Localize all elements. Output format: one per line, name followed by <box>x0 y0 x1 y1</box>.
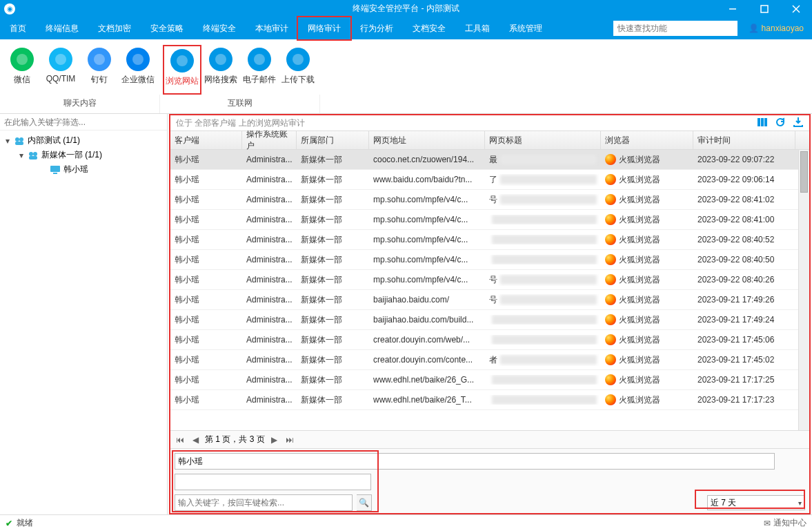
table-row[interactable]: 韩小瑶Administra...新媒体一部creator.douyin.com/… <box>170 350 809 370</box>
table-cell: 2023-09-22 09:06:14 <box>693 175 795 184</box>
toolbar-微信[interactable]: 微信 <box>3 45 41 95</box>
status-ok-icon: ✔ <box>6 519 12 528</box>
table-cell: 了xxxx <box>485 174 601 186</box>
column-header-0[interactable]: 客户端 <box>170 131 242 149</box>
table-cell: 韩小瑶 <box>170 254 242 266</box>
table-row[interactable]: 韩小瑶Administra...新媒体一部cooco.net.cn/zuowen… <box>170 150 809 170</box>
table-cell: 新媒体一部 <box>297 394 369 406</box>
table-cell: 2023-09-21 17:49:26 <box>693 295 795 305</box>
pager-prev-button[interactable]: ◀ <box>190 434 201 445</box>
toolbar-电子邮件[interactable]: 电子邮件 <box>240 45 279 95</box>
table-cell: 火狐浏览器 <box>601 234 693 246</box>
menu-item-2[interactable]: 文档加密 <box>88 17 141 39</box>
quick-search-input[interactable] <box>613 21 737 36</box>
firefox-icon <box>605 154 616 165</box>
pager-next-button[interactable]: ▶ <box>269 434 280 445</box>
toolbar-label: 微信 <box>14 74 30 86</box>
vertical-scrollbar[interactable] <box>798 150 809 430</box>
table-cell: 新媒体一部 <box>297 374 369 386</box>
table-row[interactable]: 韩小瑶Administra...新媒体一部mp.sohu.com/mpfe/v4… <box>170 270 809 290</box>
table-row[interactable]: 韩小瑶Administra...新媒体一部www.edhl.net/baike/… <box>170 390 809 410</box>
table-cell: Administra... <box>242 235 297 244</box>
keyword-filter-field[interactable] <box>175 494 353 511</box>
export-icon[interactable] <box>793 117 804 130</box>
table-cell: 火狐浏览器 <box>601 274 693 286</box>
refresh-icon[interactable] <box>775 117 786 130</box>
table-cell: 新媒体一部 <box>297 274 369 286</box>
table-cell: 火狐浏览器 <box>601 354 693 366</box>
user-badge[interactable]: 👤 hanxiaoyao <box>740 23 812 33</box>
group-icon <box>28 151 39 160</box>
table-cell: 号xxxx <box>485 274 601 286</box>
menu-item-5[interactable]: 本地审计 <box>246 17 298 39</box>
column-header-2[interactable]: 所属部门 <box>297 131 369 149</box>
toolbar-企业微信[interactable]: 企业微信 <box>119 45 157 95</box>
menu-item-1[interactable]: 终端信息 <box>36 17 88 39</box>
table-cell: 新媒体一部 <box>297 254 369 266</box>
table-cell: 韩小瑶 <box>170 294 242 306</box>
table-row[interactable]: 韩小瑶Administra...新媒体一部creator.douyin.com/… <box>170 330 809 350</box>
menu-item-7[interactable]: 行为分析 <box>350 17 403 39</box>
table-row[interactable]: 韩小瑶Administra...新媒体一部www.baidu.com/baidu… <box>170 170 809 190</box>
toolbar-浏览网站[interactable]: 浏览网站 <box>163 45 201 95</box>
pager-last-button[interactable]: ⏭ <box>284 434 295 445</box>
menu-item-8[interactable]: 文档安全 <box>403 17 455 39</box>
table-cell: 最xxxx <box>485 154 601 166</box>
columns-icon[interactable] <box>757 117 768 130</box>
notification-center-link[interactable]: ✉ 通知中心 <box>764 517 806 529</box>
keyword-filter-input[interactable] <box>178 498 349 508</box>
table-cell: 韩小瑶 <box>170 314 242 326</box>
svg-rect-14 <box>15 142 23 145</box>
status-text: 就绪 <box>17 517 33 529</box>
pager-first-button[interactable]: ⏮ <box>175 434 186 445</box>
menu-item-10[interactable]: 系统管理 <box>499 17 552 39</box>
menu-item-3[interactable]: 安全策略 <box>141 17 193 39</box>
menu-item-4[interactable]: 终端安全 <box>193 17 246 39</box>
table-cell: Administra... <box>242 355 297 365</box>
table-cell: baijiahao.baidu.com/ <box>369 295 485 305</box>
table-cell: 韩小瑶 <box>170 214 242 226</box>
keyword-search-button[interactable]: 🔍 <box>357 494 372 511</box>
toolbar-网络搜索[interactable]: 网络搜索 <box>201 45 240 95</box>
column-header-6[interactable]: 审计时间 <box>693 131 795 149</box>
daterange-dropdown[interactable]: 近 7 天▾ <box>707 495 805 510</box>
table-cell: mp.sohu.com/mpfe/v4/c... <box>369 195 485 204</box>
toolbar-钉钉[interactable]: 钉钉 <box>80 45 119 95</box>
breadcrumb: 位于 全部客户端 上的浏览网站审计 <box>170 115 809 131</box>
column-header-3[interactable]: 网页地址 <box>369 131 485 149</box>
table-row[interactable]: 韩小瑶Administra...新媒体一部mp.sohu.com/mpfe/v4… <box>170 190 809 210</box>
tree-node-1[interactable]: ▾新媒体一部 (1/1) <box>0 148 167 162</box>
column-header-5[interactable]: 浏览器 <box>601 131 693 149</box>
table-cell: 火狐浏览器 <box>601 174 693 186</box>
table-row[interactable]: 韩小瑶Administra...新媒体一部baijiahao.baidu.com… <box>170 290 809 310</box>
menu-item-9[interactable]: 工具箱 <box>455 17 499 39</box>
column-header-4[interactable]: 网页标题 <box>485 131 601 149</box>
table-row[interactable]: 韩小瑶Administra...新媒体一部baijiahao.baidu.com… <box>170 310 809 330</box>
menu-item-0[interactable]: 首页 <box>0 17 36 39</box>
tree-node-2[interactable]: 韩小瑶 <box>0 162 167 177</box>
svg-rect-20 <box>757 118 760 126</box>
toolbar-上传下载[interactable]: 上传下载 <box>279 45 317 95</box>
maximize-button[interactable] <box>749 0 780 17</box>
table-row[interactable]: 韩小瑶Administra...新媒体一部mp.sohu.com/mpfe/v4… <box>170 210 809 230</box>
toolbar-icon <box>10 48 34 71</box>
tree-node-0[interactable]: ▾内部测试 (1/1) <box>0 133 167 148</box>
table-row[interactable]: 韩小瑶Administra...新媒体一部mp.sohu.com/mpfe/v4… <box>170 230 809 250</box>
table-row[interactable]: 韩小瑶Administra...新媒体一部mp.sohu.com/mpfe/v4… <box>170 250 809 270</box>
minimize-button[interactable] <box>717 0 749 17</box>
url-filter-field[interactable] <box>175 474 371 490</box>
tree-filter-input[interactable] <box>0 114 167 130</box>
menu-item-6[interactable]: 网络审计 <box>298 17 350 39</box>
column-header-1[interactable]: 操作系统账户 <box>242 131 297 149</box>
close-button[interactable] <box>780 0 812 17</box>
quick-search[interactable] <box>613 21 737 36</box>
table-cell: 号xxxx <box>485 194 601 206</box>
chevron-down-icon: ▾ <box>798 499 802 507</box>
toolbar-QQ/TIM[interactable]: QQ/TIM <box>41 45 80 95</box>
client-filter-field[interactable]: 韩小瑶 <box>175 453 775 470</box>
svg-point-6 <box>94 54 105 65</box>
table-cell: 韩小瑶 <box>170 394 242 406</box>
table-row[interactable]: 韩小瑶Administra...新媒体一部www.edhl.net/baike/… <box>170 370 809 390</box>
table-cell: Administra... <box>242 155 297 164</box>
table-cell: 2023-09-21 17:17:25 <box>693 375 795 385</box>
